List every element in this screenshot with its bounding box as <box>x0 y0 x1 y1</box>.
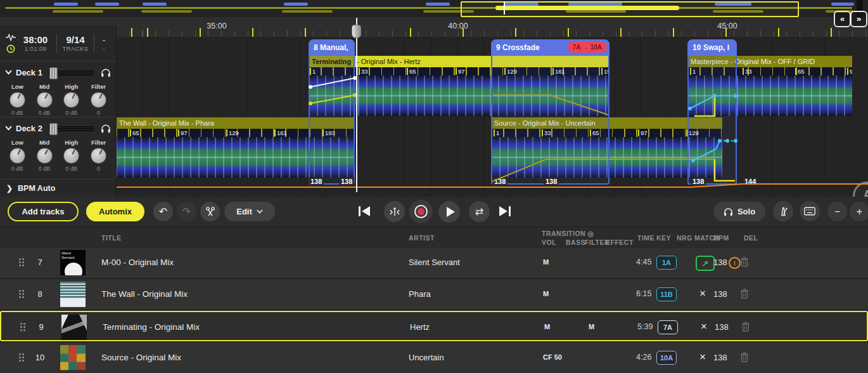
knob-dial[interactable] <box>63 92 79 108</box>
headphones-icon <box>724 207 733 216</box>
trash-icon <box>740 289 749 299</box>
delete-track-button[interactable] <box>741 322 750 332</box>
knob-dial[interactable] <box>10 92 25 108</box>
knob-dial[interactable] <box>91 92 106 108</box>
key-change-badge: 7A → 10A <box>568 42 607 53</box>
beat-number: 33 <box>359 68 368 75</box>
transition-header[interactable]: 10 Swap, I <box>687 39 737 56</box>
knob-dial[interactable] <box>91 148 106 164</box>
timeline-ruler[interactable]: « » 35:0040:0045:00 <box>0 17 868 37</box>
deck-volume-slider[interactable] <box>49 70 94 75</box>
zoom-out-button[interactable]: − <box>827 202 847 221</box>
table-row[interactable]: 10Source - Original MixUncertainCF 504:2… <box>0 343 868 373</box>
drag-handle[interactable] <box>20 323 26 332</box>
delete-track-button[interactable] <box>740 257 749 267</box>
col-bass: BASS <box>566 239 585 246</box>
knob-value: 0 <box>97 110 100 116</box>
transition-vol: M <box>544 323 550 330</box>
transition-vol: CF 50 <box>543 353 562 361</box>
match-x-icon: × <box>701 320 707 333</box>
track-bpm: 138 <box>713 258 727 267</box>
loop-button[interactable]: ⇄ <box>469 201 490 222</box>
headphones-icon[interactable] <box>101 124 111 133</box>
deck-volume-slider[interactable] <box>49 126 94 131</box>
knob-dial[interactable] <box>37 92 53 108</box>
beat-number: 129 <box>226 129 239 136</box>
overview-transition-segment <box>831 3 854 6</box>
play-button[interactable] <box>438 201 460 223</box>
track-artist: Phara <box>409 289 431 299</box>
deck-2-header[interactable]: Deck 2 <box>0 117 116 136</box>
zoom-in-button[interactable]: + <box>850 202 868 221</box>
col-transition: TRANSITION ◎ <box>542 230 594 238</box>
knob-dial[interactable] <box>37 148 53 164</box>
trash-icon <box>740 352 749 362</box>
album-art <box>60 282 86 307</box>
bpm-value-chip: 144 <box>743 177 758 186</box>
keyboard-shortcuts-button[interactable] <box>800 201 820 221</box>
bpm-auto-section[interactable]: ❯ BPM Auto <box>0 180 116 197</box>
track-count-label: TRACKS <box>61 45 89 52</box>
edit-dropdown[interactable]: Edit <box>224 202 275 221</box>
table-row[interactable]: 7Silent ServantM-00 - Original MixSilent… <box>0 247 868 278</box>
plus-icon: + <box>857 206 862 218</box>
knob-dial[interactable] <box>63 148 79 164</box>
track-title: Terminating - Original Mix <box>103 322 200 332</box>
deck-1-header[interactable]: Deck 1 <box>0 62 116 81</box>
record-button[interactable] <box>409 200 433 223</box>
overview-transition-segment <box>54 3 78 6</box>
automix-button[interactable]: Automix <box>86 202 144 221</box>
total-time: 1:01:09 <box>19 45 52 52</box>
seek-backward-button[interactable]: « <box>834 11 851 27</box>
transition-header[interactable]: 8 Manual, <box>309 39 355 56</box>
table-row[interactable]: 9Terminating - Original MixHertzMM5:397A… <box>0 311 868 341</box>
add-tracks-button[interactable]: Add tracks <box>8 202 79 221</box>
transition-vol: M <box>543 258 549 266</box>
transition-box[interactable]: 10 Swap, I <box>687 39 737 185</box>
delete-track-button[interactable] <box>740 289 749 299</box>
table-row[interactable]: 8The Wall - Original MixPharaM6:1511B×13… <box>0 279 868 310</box>
col-effect: EFFECT <box>606 239 634 246</box>
undo-button[interactable]: ↶ <box>153 202 173 221</box>
keyboard-icon <box>804 207 815 216</box>
transition-header[interactable]: 9 Crossfade7A → 10A <box>491 39 610 56</box>
knob-label: Low <box>11 83 23 90</box>
col-title: TITLE <box>101 234 122 242</box>
chevron-right-icon: ❯ <box>6 184 13 193</box>
knob-dial[interactable] <box>10 148 25 164</box>
skip-to-start-button[interactable] <box>359 206 370 216</box>
drag-handle[interactable] <box>19 258 25 267</box>
solo-button[interactable]: Solo <box>713 202 765 221</box>
knob-label: High <box>65 139 78 146</box>
slider-handle[interactable] <box>49 123 58 135</box>
dj-studio-app: « » 35:0040:0045:00 13365971291611931336… <box>0 0 868 373</box>
mix-overview-strip[interactable] <box>0 0 868 18</box>
album-art <box>61 315 87 340</box>
headphones-icon[interactable] <box>101 68 111 77</box>
redo-button[interactable]: ↷ <box>177 202 196 221</box>
knob-value: 0 dB <box>39 166 51 172</box>
split-button[interactable] <box>200 202 220 221</box>
timeline[interactable]: 1336597129161193133659765971291611931336… <box>0 37 868 197</box>
transition-visibility-icon[interactable]: ◎ <box>588 230 594 237</box>
overview-viewport[interactable] <box>461 1 799 17</box>
album-art <box>60 345 86 370</box>
seek-forward-button[interactable]: » <box>850 11 867 27</box>
playhead-handle[interactable] <box>352 25 361 38</box>
delete-track-button[interactable] <box>740 352 749 362</box>
transition-box[interactable]: 8 Manual, <box>309 39 355 185</box>
transition-box[interactable]: 9 Crossfade7A → 10A <box>491 39 610 185</box>
knob-filter: Filter0 <box>87 83 110 116</box>
knob-value: 0 dB <box>11 110 23 116</box>
jump-to-transition-button[interactable] <box>384 201 405 222</box>
col-nrg: NRG <box>677 234 692 242</box>
track-bpm: 138 <box>713 353 727 362</box>
eq-knob-row: Low0 dBMid0 dBHigh0 dBFilter0 <box>0 136 116 172</box>
slider-handle[interactable] <box>49 67 58 79</box>
eq-knob-row: Low0 dBMid0 dBHigh0 dBFilter0 <box>0 81 116 116</box>
skip-to-end-button[interactable] <box>499 206 511 216</box>
redo-icon: ↷ <box>182 206 191 218</box>
drag-handle[interactable] <box>19 290 25 299</box>
drag-handle[interactable] <box>19 353 25 362</box>
metronome-button[interactable] <box>773 201 793 221</box>
